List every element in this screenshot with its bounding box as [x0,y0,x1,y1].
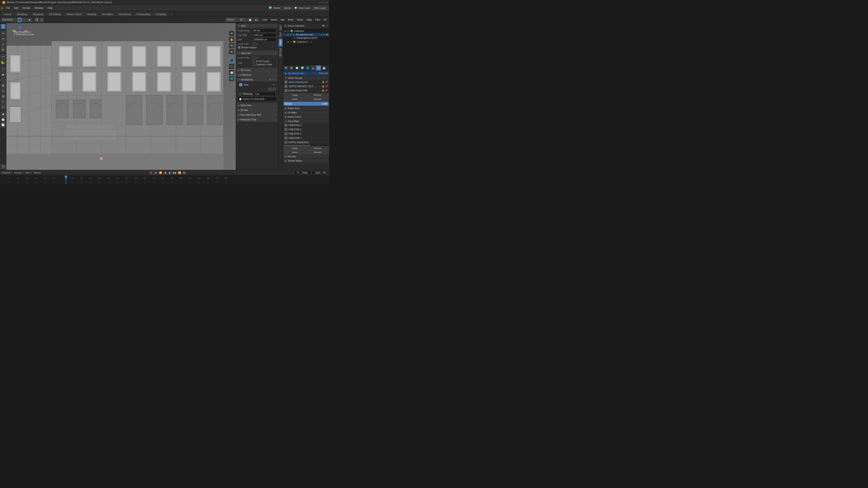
normals-header[interactable]: ▶ Normals [283,155,329,158]
menu-help[interactable]: Help [46,6,55,10]
render-region-checkbox[interactable] [238,46,241,49]
shear-tool[interactable]: ⬤ [1,117,6,122]
vg-pin-3[interactable]: 📌 [325,90,328,92]
move-tool[interactable]: ✛ [1,31,6,36]
hide-icon[interactable]: 🖱 [323,34,325,36]
grid-btn[interactable]: ⊞ [229,49,235,55]
side-tab-tool[interactable]: Tool [279,31,283,38]
prop-object-icon[interactable]: ▲ [311,66,315,70]
edge-menu[interactable]: Edge [305,18,313,22]
proportional-edit-icon[interactable]: ◎ [39,18,44,22]
timeline-ruler[interactable]: 10 20 30 40 50 60 73 80 90 100 110 120 1… [0,175,329,184]
edge-select-icon[interactable]: ➖ [22,18,27,22]
record-btn[interactable]: ⏺ [149,171,153,175]
view-section-menu[interactable]: ⋯ [274,25,276,27]
frame-locked-value[interactable]: Frame: 51 (Unlocked) [243,98,265,100]
buildingmesh-checkbox[interactable]: ☑ [291,37,293,39]
camera-btn[interactable]: 📷 [229,43,235,48]
end-frame[interactable]: 250 [321,171,328,175]
pan-orbit-header[interactable]: ▶ Pan Orbit Zoom Roll ⋯ [237,113,277,117]
vertex-groups-header[interactable]: ▼ Vertex Groups [283,76,329,80]
fm-select-btn[interactable]: Select [283,151,306,154]
view-icon[interactable]: 👁 [321,34,323,36]
tab-compositing[interactable]: Compositing [133,12,153,17]
material-btn[interactable]: ⬤ [229,70,235,75]
measure-tool[interactable]: 📐 [1,60,6,65]
add-workspace-btn[interactable]: + [169,12,174,17]
vertex-menu[interactable]: Vertex [296,18,305,22]
measureit-menu[interactable]: ⋯ [274,119,276,121]
collections-header[interactable]: ▶ Collections ⋯ [237,73,277,77]
loop-cut-tool[interactable]: ⊞ [1,94,6,99]
collection-checkbox[interactable]: ☑ [287,30,289,32]
play-btn[interactable]: ▶ [168,171,172,175]
fm-item-5[interactable]: PORTE INGRESSO [283,140,329,144]
lock-obj-icon[interactable]: 🖊 [256,57,258,59]
prev-keyframe-btn[interactable]: ⏪ [158,171,162,175]
frame-locked-x[interactable]: × [266,98,267,100]
uv-menu[interactable]: UV [322,18,328,22]
uv-maps-header[interactable]: ▶ UV Maps [283,111,329,115]
end-value[interactable]: 10000000 cm [252,38,276,41]
render-btn[interactable]: 🌐 [229,76,235,81]
coll1-name[interactable]: Collection 1 [297,41,309,43]
add-menu[interactable]: Add [279,18,286,22]
prop-material-icon[interactable]: ⬤ [321,66,327,70]
shape-keys-header[interactable]: ▶ Shape Keys [283,106,329,110]
tab-scripting[interactable]: Scripting [153,12,168,17]
window-controls[interactable]: – □ × [319,1,327,4]
overlay-toggle[interactable]: ⬤ [247,18,253,22]
texture-space-header[interactable]: ▶ Texture Space [283,159,329,163]
jump-start-btn[interactable]: ⏮ [154,171,158,175]
3d-viewport[interactable]: X Y Z User Perspective (73) Accademia pl… [6,23,236,170]
vg-item-1[interactable]: ⬡ vertici centrali porte 🔓 📌 [283,80,329,84]
vg-remove-btn[interactable]: Remove [306,93,329,97]
3d-cursor-checkbox[interactable] [252,60,255,63]
side-tab-3dprint[interactable]: 3D-Print [279,47,283,58]
view-menu-tl[interactable]: View▼ [25,171,32,174]
view-rotate-btn[interactable]: ⊙ [1,164,6,169]
hand-btn[interactable]: ✋ [229,37,235,42]
marker-menu[interactable]: Marker [34,171,41,174]
extrude-tool[interactable]: ↑ [1,77,6,83]
annotations-add-btn[interactable]: + [268,88,272,91]
fm-item-2[interactable]: FINESTRE 2 [283,127,329,132]
tab-uv-editing[interactable]: UV Editing [46,12,64,17]
zoom-extent-btn[interactable]: ⊕ [229,31,235,36]
polypen-tool[interactable]: ⬡ [1,105,6,109]
plane-label[interactable]: Plane.00 [319,72,328,74]
outliner-buildingmesh[interactable]: ☑ ⬡ BuildingMesh-00072 [283,36,329,40]
transform-tool[interactable]: ⊕ [1,47,6,52]
tab-modeling[interactable]: Modeling [14,12,30,17]
fm-deselect-btn[interactable]: Deselect [306,151,329,154]
view-section-header[interactable]: ▼ View ⋯ [237,24,277,28]
vg-item-2[interactable]: ⬡ VERTICI ARCATE TEXT... 🔓 📌 [283,84,329,89]
current-frame-display[interactable]: 73 [294,171,301,175]
select-menu[interactable]: Select [270,18,278,22]
collections-menu[interactable]: ⋯ [274,74,276,76]
focal-length-value[interactable]: 50 mm [252,29,276,33]
snap-selector[interactable]: 🔗▼ [238,18,247,22]
wireframe-btn[interactable]: ⬡ [229,64,235,69]
onion-skin-header[interactable]: ▶ Onion Skin ⋯ [237,103,277,107]
view-lock-menu[interactable]: ⋯ [274,52,276,55]
tab-texture-paint[interactable]: Texture Paint [64,12,84,17]
keying-menu[interactable]: Keying▼ [14,171,24,174]
vg-pin-2[interactable]: 📌 [325,85,328,88]
annotations-remove-btn[interactable]: - [273,88,276,91]
fm-item-4[interactable]: FINESTRE T [283,136,329,140]
pan-orbit-menu[interactable]: ⋯ [274,114,276,116]
onion-skin-menu[interactable]: ⋯ [274,104,276,107]
note-eye-icon[interactable]: 👁 [273,84,275,86]
outliner-filter-icon[interactable]: ▽ [326,25,328,27]
outliner-collection[interactable]: ▶ ☑ 📦 Collection [283,29,329,33]
prop-render-icon[interactable]: 📷 [283,66,288,70]
vg-item-3[interactable]: ⬡ BORDI FINESTRE 🔓 📌 [283,89,329,93]
bevel-tool[interactable]: ⬠ [1,88,6,93]
close-btn[interactable]: × [326,1,327,4]
vg-assign-btn[interactable]: Assign [283,93,306,97]
local-cam-input[interactable]: 🖊 [252,42,276,45]
snap-icon[interactable]: 🧲 [34,18,39,22]
face-maps-header[interactable]: ▼ Face Maps [283,119,329,123]
lock-obj-input[interactable]: 🖊 [252,56,276,59]
